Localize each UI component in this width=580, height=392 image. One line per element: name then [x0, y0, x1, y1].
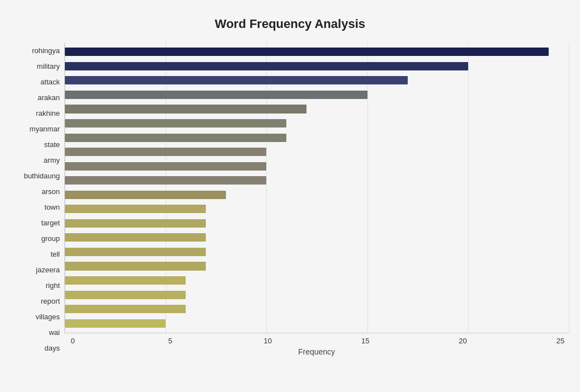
bar	[65, 219, 206, 228]
chart-container: Word Frequency Analysis rohingyamilitary…	[0, 0, 580, 392]
bar-row	[65, 102, 569, 116]
y-label: group	[11, 235, 60, 242]
chart-title: Word Frequency Analysis	[11, 11, 569, 31]
bars-and-x: 0510152025 Frequency	[64, 42, 569, 356]
bar	[65, 248, 206, 256]
bar-row	[65, 73, 569, 88]
bars-area	[64, 42, 569, 333]
bar-row	[65, 302, 569, 317]
y-label: state	[11, 141, 60, 148]
bar	[65, 48, 549, 56]
grid-line	[569, 42, 569, 333]
x-axis-label: Frequency	[64, 347, 569, 356]
bar-row	[65, 245, 569, 259]
y-label: days	[11, 344, 60, 352]
x-tick: 10	[260, 337, 276, 345]
y-label: attack	[11, 78, 60, 86]
x-tick: 5	[162, 337, 178, 345]
y-label: right	[11, 282, 60, 289]
y-label: tell	[11, 251, 60, 258]
y-label: rakhine	[11, 110, 60, 117]
bar-row	[65, 116, 569, 131]
bar-row	[65, 202, 569, 216]
bar-row	[65, 259, 569, 273]
y-label: wai	[11, 329, 60, 336]
bar-row	[65, 230, 569, 245]
y-label: target	[11, 219, 60, 226]
x-tick: 20	[455, 337, 471, 345]
bar	[65, 305, 186, 313]
y-label: rohingya	[11, 47, 60, 54]
bar-row	[65, 159, 569, 173]
chart-area: rohingyamilitaryattackarakanrakhinemyanm…	[11, 42, 569, 356]
bar-row	[65, 59, 569, 74]
bar	[65, 76, 408, 84]
y-label: buthidaung	[11, 172, 60, 180]
bar-row	[65, 273, 569, 288]
bar	[65, 319, 166, 328]
y-axis: rohingyamilitaryattackarakanrakhinemyanm…	[11, 42, 64, 356]
x-tick: 15	[357, 337, 374, 345]
y-label: myanmar	[11, 125, 60, 133]
bar-row	[65, 130, 569, 145]
bar	[65, 119, 286, 127]
bar-row	[65, 173, 569, 188]
bar	[65, 291, 186, 299]
bar	[65, 162, 266, 171]
bar-row	[65, 216, 569, 231]
bar	[65, 262, 206, 270]
y-label: army	[11, 157, 60, 164]
bar-row	[65, 316, 569, 330]
bar-row	[65, 45, 569, 59]
bar	[65, 62, 468, 70]
y-label: report	[11, 297, 60, 305]
bar	[65, 91, 367, 99]
x-tick: 0	[64, 337, 81, 345]
y-label: town	[11, 204, 60, 211]
bar	[65, 134, 286, 142]
bar-row	[65, 187, 569, 202]
bar	[65, 176, 266, 185]
bar	[65, 233, 206, 242]
y-label: arson	[11, 188, 60, 195]
bar	[65, 205, 206, 213]
bar	[65, 191, 226, 199]
y-label: military	[11, 63, 60, 70]
bar-row	[65, 287, 569, 302]
bar-row	[65, 145, 569, 159]
x-axis: 0510152025	[64, 333, 569, 345]
y-label: villages	[11, 313, 60, 320]
y-label: arakan	[11, 94, 60, 101]
bar-rows	[65, 42, 569, 333]
bar-row	[65, 88, 569, 102]
y-label: jazeera	[11, 266, 60, 273]
bar	[65, 105, 306, 113]
x-tick: 25	[552, 337, 569, 345]
bar	[65, 148, 266, 156]
bar	[65, 276, 186, 285]
